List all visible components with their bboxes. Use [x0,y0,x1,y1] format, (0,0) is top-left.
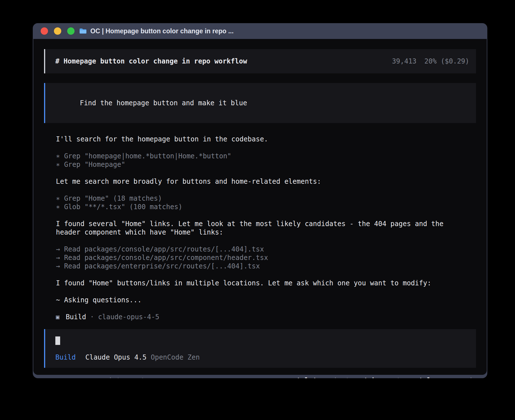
context-usage: 20% ($0.29) [424,57,469,65]
session-header: # Homepage button color change in repo w… [44,49,476,73]
zoom-window-button[interactable] [67,27,75,35]
titlebar-title-group: OC | Homepage button color change in rep… [79,27,234,35]
terminal-window: OC | Homepage button color change in rep… [33,23,487,378]
window-title: OC | Homepage button color change in rep… [90,27,234,35]
transcript-line: ∗ Glob "**/*.tsx" (100 matches) [56,203,476,211]
status-bar: ········ esc interrupt ctrl+t variants t… [44,376,476,378]
user-message: Find the homepage button and make it blu… [44,83,476,123]
input-model-label[interactable]: Claude Opus 4.5 [85,353,147,362]
shortcut-label-commands: commands [443,377,476,378]
transcript-line [56,304,476,313]
close-window-button[interactable] [41,27,48,35]
window-titlebar: OC | Homepage button color change in rep… [33,23,487,39]
shortcut-commands: ctrl+p commands [415,376,476,378]
transcript-line: ∗ Grep "homepage|home.*button|Home.*butt… [56,152,476,160]
shortcut-interrupt: esc interrupt [92,376,145,378]
transcript-line: I found several "Home" links. Let me loo… [56,220,476,228]
desktop: { "colors": { "accent_blue": "#4c8df6", … [0,0,515,420]
text-cursor [55,336,60,345]
terminal-content: # Homepage button color change in repo w… [33,39,487,375]
token-count: 39,413 [392,57,416,65]
shortcut-label-interrupt-text: interrupt [108,377,145,378]
transcript-line: Let me search more broadly for buttons a… [56,177,476,186]
transcript-line [56,211,476,220]
agent-status-line: ▣ Build · claude-opus-4-5 [44,313,476,321]
shortcut-key-esc: esc [92,377,104,378]
transcript-line: ∗ Grep "Homepage" [56,160,476,169]
transcript-line [56,186,476,194]
transcript-line [56,270,476,279]
prompt-input[interactable]: Build Claude Opus 4.5 OpenCode Zen [44,329,476,368]
session-meta: 39,413 20% ($0.29) [392,57,469,65]
input-provider-label: OpenCode Zen [151,353,200,362]
input-mode-label[interactable]: Build [55,353,76,362]
input-meta: Build Claude Opus 4.5 OpenCode Zen [55,353,466,362]
shortcut-label-variants: variants [321,377,354,378]
shortcut-key-ctrl-p: ctrl+p [415,377,439,378]
transcript-line [56,169,476,177]
agent-name: Build [66,313,86,321]
transcript-line: → Read packages/enterprise/src/routes/[.… [56,262,476,270]
shortcut-variants: ctrl+t variants [293,376,354,378]
agent-model: claude-opus-4-5 [98,313,159,321]
transcript-line: → Read packages/console/app/src/componen… [56,253,476,262]
shortcut-key-ctrl-t: ctrl+t [293,377,317,378]
transcript-line: header component which have "Home" links… [56,228,476,237]
transcript-line [56,143,476,152]
activity-dots: ········ [46,376,81,378]
minimize-window-button[interactable] [54,27,61,35]
traffic-lights [41,27,75,35]
user-message-text: Find the homepage button and make it blu… [80,99,247,107]
status-bar-right: ctrl+t variants tab agents ctrl+p comman… [293,376,476,378]
shortcut-key-tab: tab [364,377,376,378]
shortcut-label-agents: agents [380,377,405,378]
folder-icon [79,28,87,34]
session-title: # Homepage button color change in repo w… [55,57,247,65]
agent-separator: · [90,313,94,321]
transcript: I'll search for the homepage button in t… [44,135,476,313]
transcript-line [56,237,476,245]
transcript-line: ~ Asking questions... [56,296,476,304]
transcript-line: ∗ Grep "Home" (18 matches) [56,194,476,203]
transcript-line: → Read packages/console/app/src/routes/[… [56,245,476,253]
agent-icon: ▣ [56,313,60,321]
transcript-line: I found "Home" buttons/links in multiple… [56,279,476,287]
shortcut-agents: tab agents [364,376,405,378]
shortcut-label-interrupt [104,377,108,378]
transcript-line: I'll search for the homepage button in t… [56,135,476,143]
transcript-line [56,287,476,296]
